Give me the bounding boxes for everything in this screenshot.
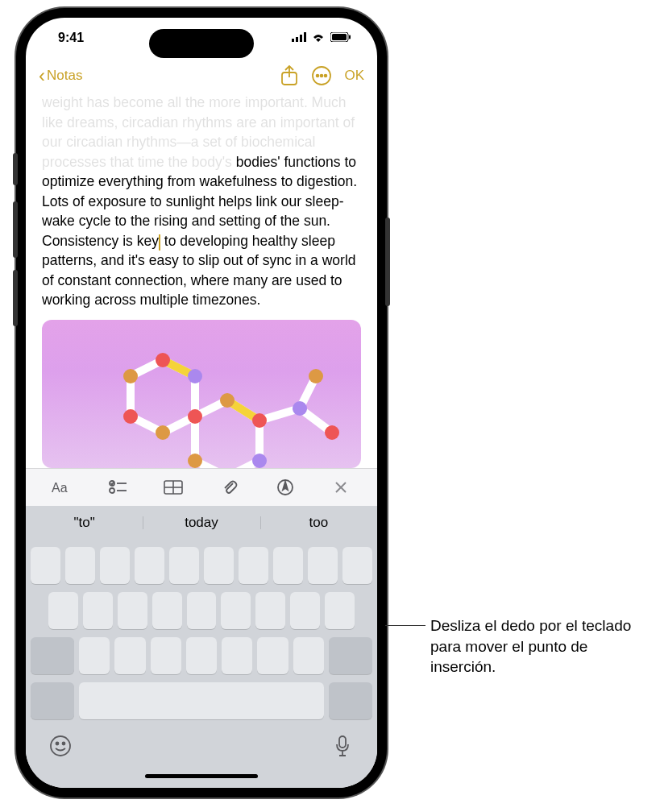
emoji-button[interactable] — [47, 732, 74, 760]
format-toolbar: Aa — [26, 468, 377, 506]
key-space[interactable] — [79, 682, 324, 719]
molecule-illustration — [66, 344, 361, 469]
battery-icon — [330, 31, 351, 45]
svg-point-24 — [123, 409, 138, 424]
attachment-button[interactable] — [214, 471, 246, 503]
key-blank[interactable] — [325, 592, 355, 629]
text-cursor — [159, 234, 160, 251]
keyboard-trackpad-mode[interactable] — [26, 541, 377, 769]
text-format-button[interactable]: Aa — [46, 471, 78, 503]
side-button-vol-down — [13, 270, 18, 326]
key-blank[interactable] — [308, 547, 338, 584]
callout-text: Desliza el dedo por el teclado para move… — [425, 615, 643, 677]
back-label: Notas — [47, 68, 82, 84]
checklist-button[interactable] — [102, 471, 134, 503]
suggestion-2[interactable]: today — [143, 515, 259, 531]
callout-leader-line — [385, 625, 425, 626]
svg-point-20 — [156, 353, 170, 367]
svg-point-11 — [325, 74, 327, 77]
svg-point-25 — [220, 393, 235, 408]
svg-point-27 — [252, 454, 267, 468]
key-blank[interactable] — [293, 637, 324, 674]
note-content[interactable]: weight has become all the more important… — [26, 93, 377, 310]
key-blank[interactable] — [65, 547, 95, 584]
side-button-power — [385, 218, 390, 306]
svg-point-30 — [293, 401, 307, 416]
key-blank[interactable] — [83, 592, 113, 629]
chevron-left-icon: ‹ — [39, 64, 45, 87]
key-blank[interactable] — [100, 547, 130, 584]
svg-rect-3 — [304, 32, 306, 42]
key-blank[interactable] — [151, 637, 181, 674]
callout: Desliza el dedo por el teclado para move… — [385, 615, 643, 677]
svg-point-26 — [252, 413, 267, 428]
home-indicator[interactable] — [26, 769, 377, 788]
key-blank[interactable] — [222, 637, 252, 674]
svg-point-23 — [156, 425, 170, 440]
key-blank[interactable] — [152, 592, 182, 629]
key-blank[interactable] — [169, 547, 199, 584]
key-blank[interactable] — [221, 592, 251, 629]
side-button-vol-up — [13, 201, 18, 258]
side-button-silence — [13, 153, 18, 185]
dynamic-island — [149, 29, 254, 58]
suggestion-1[interactable]: "to" — [26, 515, 143, 531]
svg-rect-0 — [292, 39, 294, 42]
key-blank[interactable] — [79, 637, 110, 674]
key-blank[interactable] — [273, 547, 303, 584]
key-numbers[interactable] — [31, 682, 74, 719]
status-time: 9:41 — [58, 31, 84, 45]
key-blank[interactable] — [118, 592, 147, 629]
key-return[interactable] — [329, 682, 372, 719]
svg-point-22 — [188, 409, 202, 424]
key-blank[interactable] — [239, 547, 268, 584]
svg-point-45 — [56, 742, 59, 744]
key-blank[interactable] — [114, 637, 145, 674]
share-button[interactable] — [275, 61, 304, 90]
phone-frame: 9:41 ‹ Notas — [16, 8, 387, 798]
key-blank[interactable] — [342, 547, 372, 584]
close-toolbar-button[interactable] — [325, 471, 357, 503]
key-blank[interactable] — [187, 592, 217, 629]
more-button[interactable] — [307, 61, 336, 90]
key-blank[interactable] — [48, 592, 78, 629]
key-blank[interactable] — [31, 547, 60, 584]
svg-point-36 — [110, 488, 114, 493]
svg-point-29 — [188, 454, 202, 468]
svg-rect-2 — [300, 35, 302, 42]
markup-button[interactable] — [269, 471, 301, 503]
key-blank[interactable] — [204, 547, 234, 584]
done-button[interactable]: OK — [339, 68, 364, 84]
key-blank[interactable] — [255, 592, 285, 629]
svg-point-32 — [309, 369, 323, 383]
svg-point-19 — [123, 369, 138, 383]
svg-point-46 — [63, 742, 65, 744]
phone-screen: 9:41 ‹ Notas — [26, 18, 377, 788]
svg-rect-5 — [332, 34, 347, 40]
key-blank[interactable] — [257, 637, 288, 674]
table-button[interactable] — [157, 471, 189, 503]
key-shift[interactable] — [31, 637, 74, 674]
nav-bar: ‹ Notas OK — [26, 59, 377, 93]
svg-point-31 — [325, 425, 339, 440]
dictation-button[interactable] — [329, 732, 356, 760]
svg-point-10 — [321, 74, 323, 77]
svg-text:Aa: Aa — [52, 481, 68, 495]
svg-rect-6 — [349, 35, 351, 39]
key-delete[interactable] — [329, 637, 372, 674]
wifi-icon — [311, 31, 326, 45]
key-blank[interactable] — [135, 547, 164, 584]
svg-point-44 — [51, 736, 70, 756]
key-blank[interactable] — [290, 592, 320, 629]
note-inline-image[interactable] — [42, 320, 361, 469]
svg-point-21 — [188, 369, 202, 383]
back-button[interactable]: ‹ Notas — [39, 64, 272, 87]
suggestion-3[interactable]: too — [260, 515, 377, 531]
cellular-icon — [292, 31, 306, 45]
keyboard-suggestions: "to" today too — [26, 506, 377, 541]
svg-point-9 — [317, 74, 319, 77]
svg-rect-1 — [296, 37, 298, 42]
svg-rect-47 — [339, 736, 346, 748]
key-blank[interactable] — [186, 637, 217, 674]
